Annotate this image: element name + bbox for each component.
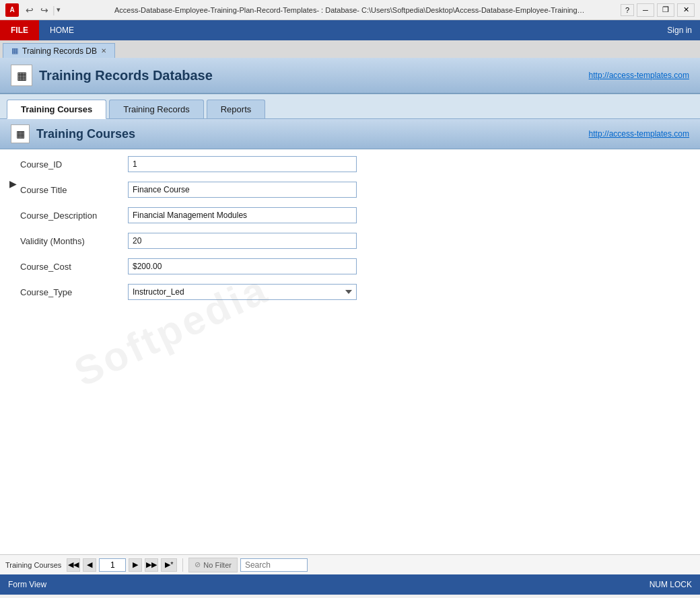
filter-icon: ⊘ xyxy=(195,560,201,569)
status-bar: Form View NUM LOCK xyxy=(0,574,700,595)
course-type-row: Course_Type Instructor_Led Online Self-S… xyxy=(20,284,700,300)
course-cost-label: Course_Cost xyxy=(20,262,121,272)
doc-tab-bar: ▦ Training Records DB ✕ xyxy=(0,40,700,58)
form-view-label: Form View xyxy=(8,580,46,589)
record-arrow: ▶ xyxy=(9,178,17,189)
tab-reports[interactable]: Reports xyxy=(207,100,266,118)
course-type-select[interactable]: Instructor_Led Online Self-Study Worksho… xyxy=(128,284,357,300)
signin-button[interactable]: Sign in xyxy=(667,20,700,40)
form-subheader-title: Training Courses xyxy=(36,127,135,141)
form-fields: Course_ID Course Title Course_Descriptio… xyxy=(0,149,700,307)
nav-tabs: Training Courses Training Records Report… xyxy=(0,94,700,119)
app-header-icon: ▦ xyxy=(11,65,32,86)
course-type-label: Course_Type xyxy=(20,287,121,297)
form-content-area: ▦ Training Courses http://access-templat… xyxy=(0,119,700,554)
file-tab[interactable]: FILE xyxy=(0,20,39,40)
doc-tab-label: Training Records DB xyxy=(22,46,97,56)
no-filter-button[interactable]: ⊘ No Filter xyxy=(188,558,238,572)
window-title: Access-Database-Employee-Training-Plan-R… xyxy=(114,6,586,14)
nav-next-button[interactable]: ▶ xyxy=(129,558,142,572)
tab-training-courses[interactable]: Training Courses xyxy=(7,100,106,119)
validity-input[interactable] xyxy=(128,233,357,249)
course-id-row: Course_ID xyxy=(20,156,700,172)
course-desc-input[interactable] xyxy=(128,207,357,223)
doc-tab-close[interactable]: ✕ xyxy=(101,47,106,54)
app-header-link[interactable]: http://access-templates.com xyxy=(589,71,689,80)
app-header-title: Training Records Database xyxy=(39,68,213,83)
ribbon: FILE HOME Sign in xyxy=(0,20,700,40)
num-lock-label: NUM LOCK xyxy=(650,580,692,589)
restore-button[interactable]: ❐ xyxy=(657,3,674,17)
form-subheader-left: ▦ Training Courses xyxy=(11,124,135,143)
training-records-db-tab[interactable]: ▦ Training Records DB ✕ xyxy=(3,43,115,58)
nav-last-button[interactable]: ▶▶ xyxy=(145,558,158,572)
tab-training-records[interactable]: Training Records xyxy=(109,100,204,118)
undo-button[interactable]: ↩ xyxy=(23,3,36,17)
separator xyxy=(182,558,183,572)
redo-button[interactable]: ↪ xyxy=(38,3,51,17)
home-tab[interactable]: HOME xyxy=(39,20,85,40)
app-header: ▦ Training Records Database http://acces… xyxy=(0,58,700,94)
nav-new-button[interactable]: ▶* xyxy=(161,558,177,572)
undo-redo-group: ↩ ↪ | ▾ xyxy=(23,3,61,17)
close-button[interactable]: ✕ xyxy=(677,3,695,17)
quick-access-separator: | xyxy=(53,5,55,15)
title-bar: A ↩ ↪ | ▾ Access-Database-Employee-Train… xyxy=(0,0,700,20)
no-filter-label: No Filter xyxy=(203,561,232,569)
course-cost-input[interactable] xyxy=(128,258,357,274)
customize-icon[interactable]: ▾ xyxy=(57,5,61,14)
course-cost-row: Course_Cost xyxy=(20,258,700,274)
access-icon: A xyxy=(5,3,19,17)
form-subheader-link[interactable]: http://access-templates.com xyxy=(589,129,689,139)
minimize-button[interactable]: ─ xyxy=(637,3,654,17)
form-subheader-icon: ▦ xyxy=(11,124,30,143)
bottom-nav-bar: Training Courses ◀◀ ◀ ▶ ▶▶ ▶* ⊘ No Filte… xyxy=(0,554,700,574)
course-title-row: Course Title xyxy=(20,182,700,198)
doc-tab-icon: ▦ xyxy=(11,46,18,55)
title-bar-right: ? ─ ❐ ✕ xyxy=(621,3,695,17)
search-input[interactable] xyxy=(240,558,308,572)
course-title-label: Course Title xyxy=(20,185,121,195)
course-id-input[interactable] xyxy=(128,156,357,172)
validity-label: Validity (Months) xyxy=(20,236,121,246)
validity-row: Validity (Months) xyxy=(20,233,700,249)
nav-first-button[interactable]: ◀◀ xyxy=(67,558,80,572)
course-title-input[interactable] xyxy=(128,182,357,198)
form-subheader: ▦ Training Courses http://access-templat… xyxy=(0,119,700,149)
help-button[interactable]: ? xyxy=(621,4,634,16)
nav-prev-button[interactable]: ◀ xyxy=(83,558,96,572)
course-id-label: Course_ID xyxy=(20,159,121,170)
app-header-left: ▦ Training Records Database xyxy=(11,65,213,86)
nav-record-label: Training Courses xyxy=(5,561,61,569)
record-number-input[interactable] xyxy=(99,558,126,572)
course-desc-label: Course_Description xyxy=(20,211,121,221)
course-desc-row: Course_Description xyxy=(20,207,700,223)
title-bar-left: A ↩ ↪ | ▾ xyxy=(5,3,61,17)
